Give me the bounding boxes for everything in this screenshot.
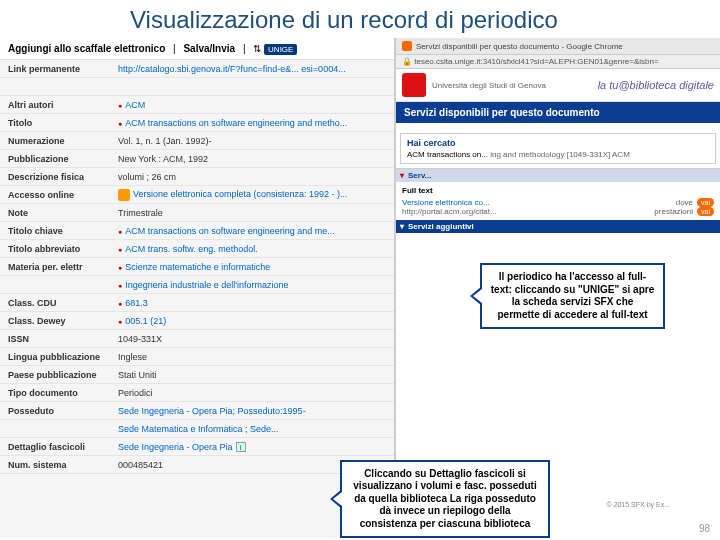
value-paese: Stati Uniti: [118, 370, 394, 380]
uni-header: Università degli Studi di Genova la tu@b…: [396, 69, 720, 102]
label-link-permanente: Link permanente: [0, 64, 118, 74]
page-number: 98: [699, 523, 710, 534]
services-title-bar: Servizi disponibili per questo documento: [396, 102, 720, 123]
label-titolo-abbreviato: Titolo abbreviato: [0, 244, 118, 254]
value-descrizione-fisica: volumi ; 26 cm: [118, 172, 394, 182]
label-class-cdu: Class. CDU: [0, 298, 118, 308]
prestazioni-label: prestazioni: [654, 207, 693, 216]
dove-label: dove: [676, 198, 693, 207]
value-class-dewey[interactable]: ●005.1 (21): [118, 316, 394, 326]
label-paese: Paese pubblicazione: [0, 370, 118, 380]
label-tipo-doc: Tipo documento: [0, 388, 118, 398]
value-posseduto-2[interactable]: Sede Matematica e Informatica ; Sede...: [118, 424, 394, 434]
action-bar: Aggiungi allo scaffale elettronico | Sal…: [0, 38, 394, 60]
label-descrizione-fisica: Descrizione fisica: [0, 172, 118, 182]
label-lingua: Lingua pubblicazione: [0, 352, 118, 362]
label-materia-elettr: Materia per. elettr: [0, 262, 118, 272]
hai-cercato-text: ACM transactions on...: [407, 150, 488, 159]
library-label: la tu@biblioteca digitale: [598, 79, 714, 91]
hai-cercato-label: Hai cercato: [407, 138, 709, 148]
value-note: Trimestrale: [118, 208, 394, 218]
university-name: Università degli Studi di Genova: [432, 81, 598, 90]
label-dettaglio-fascicoli: Dettaglio fascicoli: [0, 442, 118, 452]
value-titolo-chiave[interactable]: ●ACM transactions on software engineerin…: [118, 226, 394, 236]
go-button-2[interactable]: vai: [697, 207, 714, 216]
collapse-arrow-icon-2[interactable]: ▾: [400, 222, 404, 231]
label-issn: ISSN: [0, 334, 118, 344]
value-pubblicazione: New York : ACM, 1992: [118, 154, 394, 164]
label-altri-autori: Altri autori: [0, 100, 118, 110]
hai-cercato-box: Hai cercato ACM transactions on... ing a…: [400, 133, 716, 164]
fulltext-label: Full text: [402, 186, 714, 195]
info-icon[interactable]: i: [236, 442, 246, 452]
sort-icon[interactable]: ⇅: [253, 43, 261, 54]
value-issn: 1049-331X: [118, 334, 394, 344]
value-accesso-online[interactable]: Versione elettronica completa (consisten…: [118, 189, 394, 201]
portal-link[interactable]: http://portal.acm.org/citat...: [402, 207, 654, 216]
value-numerazione: Vol. 1, n. 1 (Jan. 1992)-: [118, 136, 394, 146]
go-button[interactable]: vai: [697, 198, 714, 207]
content-area: Aggiungi allo scaffale elettronico | Sal…: [0, 38, 720, 538]
label-class-dewey: Class. Dewey: [0, 316, 118, 326]
callout-arrow-icon: [470, 286, 482, 306]
value-titolo[interactable]: ●ACM transactions on software engineerin…: [118, 118, 394, 128]
label-posseduto: Posseduto: [0, 406, 118, 416]
url-bar[interactable]: 🔒 teseo.csita.unige.it:3410/sfxlcl41?sid…: [396, 55, 720, 69]
label-titolo: Titolo: [0, 118, 118, 128]
record-detail-panel: Aggiungi allo scaffale elettronico | Sal…: [0, 38, 395, 538]
fulltext-section-label: Serv...: [408, 171, 431, 180]
sfx-copyright: © 2015 SFX by Ex...: [606, 501, 670, 508]
label-titolo-chiave: Titolo chiave: [0, 226, 118, 236]
favicon-icon: [402, 41, 412, 51]
hai-cercato-suffix: ing and methodology [1049-331X] ACM: [490, 150, 630, 159]
unige-badge[interactable]: UNIGE: [264, 44, 297, 55]
add-shelf-link[interactable]: Aggiungi allo scaffale elettronico: [8, 43, 165, 54]
callout-fulltext: Il periodico ha l'accesso al full-text: …: [480, 263, 665, 329]
value-class-cdu[interactable]: ●681.3: [118, 298, 394, 308]
callout-arrow-icon-2: [330, 489, 342, 509]
collapse-arrow-icon[interactable]: ▾: [400, 171, 404, 180]
servizi-aggiuntivi-label: Servizi aggiuntivi: [408, 222, 474, 231]
value-tipo-doc: Periodici: [118, 388, 394, 398]
save-send-link[interactable]: Salva/Invia: [183, 43, 235, 54]
value-titolo-abbreviato[interactable]: ●ACM trans. softw. eng. methodol.: [118, 244, 394, 254]
ebook-icon: [118, 189, 130, 201]
versione-link[interactable]: Versione elettronica co...: [402, 198, 676, 207]
label-accesso-online: Accesso online: [0, 190, 118, 200]
label-numerazione: Numerazione: [0, 136, 118, 146]
value-posseduto-1[interactable]: Sede Ingegneria - Opera Pia; Posseduto:1…: [118, 406, 394, 416]
value-lingua: Inglese: [118, 352, 394, 362]
value-materia-elettr-1[interactable]: ●Scienze matematiche e informatiche: [118, 262, 394, 272]
university-crest-icon: [402, 73, 426, 97]
value-materia-elettr-2[interactable]: ●Ingegneria industriale e dell'informazi…: [118, 280, 394, 290]
callout-dettaglio: Cliccando su Dettaglio fascicoli si visu…: [340, 460, 550, 539]
browser-tab: Servizi disponibili per questo documento…: [396, 38, 720, 55]
value-dettaglio-fascicoli[interactable]: Sede Ingegneria - Opera Piai: [118, 442, 394, 452]
browser-tab-title: Servizi disponibili per questo documento…: [416, 42, 623, 51]
page-title: Visualizzazione di un record di periodic…: [0, 0, 720, 38]
label-pubblicazione: Pubblicazione: [0, 154, 118, 164]
label-num-sistema: Num. sistema: [0, 460, 118, 470]
label-note: Note: [0, 208, 118, 218]
value-altri-autori[interactable]: ●ACM: [118, 100, 394, 110]
value-link-permanente[interactable]: http://catalogo.sbi.genova.it/F?func=fin…: [118, 64, 394, 74]
